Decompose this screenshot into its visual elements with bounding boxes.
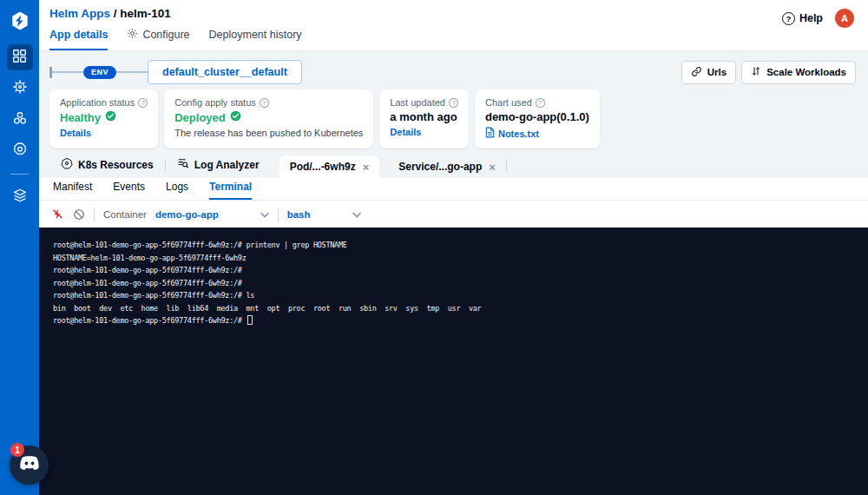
clear-terminal-icon[interactable] [73, 208, 85, 221]
disconnect-icon[interactable] [51, 208, 64, 221]
terminal-line: root@helm-101-demo-go-app-5f69774fff-6wh… [53, 277, 854, 290]
tab-manifest[interactable]: Manifest [53, 181, 92, 200]
terminal-output[interactable]: root@helm-101-demo-go-app-5f69774fff-6wh… [39, 228, 868, 495]
toolbar-separator [94, 208, 95, 221]
last-updated-value: a month ago [390, 110, 457, 123]
tab-terminal[interactable]: Terminal [209, 181, 252, 200]
tab-k8s-resources[interactable]: K8s Resources [49, 157, 165, 178]
tab-service-go-app[interactable]: Service/...go-app × [388, 155, 506, 178]
scale-arrows-icon [751, 66, 761, 78]
discord-chat-widget[interactable]: 1 [10, 446, 49, 485]
env-pill-label: ENV [83, 66, 116, 79]
breadcrumb-separator: / [114, 7, 117, 20]
config-status-description: The release has been pushed to Kubernete… [174, 128, 363, 138]
resource-tab-bar: K8s Resources Log Analyzer Pod/...-6wh9z… [39, 148, 868, 178]
tab-pod-6wh9z[interactable]: Pod/...-6wh9z × [279, 155, 380, 178]
question-circle-icon[interactable]: ? [536, 98, 545, 108]
gear-octagon-icon [12, 142, 28, 161]
help-label: Help [799, 12, 823, 24]
shell-select[interactable]: bash [287, 209, 361, 220]
application-status-details-link[interactable]: Details [60, 128, 148, 138]
app-window: Helm Apps / helm-101 App details Configu… [0, 0, 868, 495]
last-updated-details-link[interactable]: Details [390, 127, 458, 137]
environment-chip[interactable]: default_cluster__default [148, 60, 302, 84]
config-apply-status-card: Config apply status ? Deployed The relea… [164, 89, 373, 148]
tab-log-analyzer[interactable]: Log Analyzer [166, 157, 271, 178]
tab-app-details-label: App details [49, 29, 108, 41]
sidebar-item-app-groups[interactable] [7, 107, 33, 133]
chevron-down-icon [260, 209, 269, 220]
chart-used-label: Chart used [485, 97, 532, 108]
container-select[interactable]: demo-go-app [155, 209, 269, 220]
last-updated-label: Last updated [390, 97, 445, 108]
config-status-label: Config apply status [174, 97, 256, 108]
scale-workloads-label: Scale Workloads [766, 67, 846, 77]
breadcrumb-current-app: helm-101 [120, 7, 171, 20]
question-circle-icon[interactable]: ? [449, 98, 458, 108]
main-panel: Helm Apps / helm-101 App details Configu… [39, 0, 868, 495]
application-status-value: Healthy [60, 111, 101, 124]
sidebar-divider [10, 174, 29, 175]
urls-button-label: Urls [707, 67, 727, 77]
close-icon[interactable]: × [363, 162, 370, 173]
app-details-section: ENV default_cluster__default Urls [39, 51, 868, 178]
tab-configure[interactable]: Configure [127, 28, 189, 50]
last-updated-card: Last updated ? a month ago Details [379, 89, 469, 148]
tab-deployment-history-label: Deployment history [209, 29, 302, 41]
question-circle-icon[interactable]: ? [138, 98, 148, 108]
tab-configure-label: Configure [142, 29, 189, 41]
tab-separator [506, 159, 507, 171]
header-tabs: App details Configure Deployment history [49, 28, 854, 50]
scale-workloads-button[interactable]: Scale Workloads [741, 61, 856, 84]
log-search-icon [177, 157, 189, 172]
application-status-label: Application status [60, 97, 135, 108]
link-icon [691, 66, 702, 79]
tab-logs[interactable]: Logs [166, 181, 188, 200]
tab-events[interactable]: Events [113, 181, 145, 200]
urls-button[interactable]: Urls [681, 61, 736, 84]
container-select-value: demo-go-app [155, 209, 219, 220]
chart-used-card: Chart used ? demo-go-app(0.1.0) Notes.tx… [475, 89, 600, 148]
helm-wheel-icon [12, 79, 28, 98]
env-connector-line-2 [116, 71, 148, 73]
question-circle-icon[interactable]: ? [260, 98, 269, 108]
check-circle-icon [105, 110, 116, 124]
log-analyzer-label: Log Analyzer [194, 159, 260, 171]
tab-app-details[interactable]: App details [49, 28, 108, 50]
circles-group-icon [12, 110, 28, 129]
devtron-logo-icon[interactable] [0, 0, 39, 42]
close-icon[interactable]: × [489, 162, 496, 173]
chart-used-value: demo-go-app(0.1.0) [485, 110, 589, 123]
terminal-line: HOSTNAME=helm-101-demo-go-app-5f69774fff… [53, 252, 854, 265]
env-connector-line [52, 71, 83, 73]
notes-txt-link[interactable]: Notes.txt [485, 127, 589, 140]
question-circle-icon: ? [782, 12, 795, 25]
breadcrumb-helm-apps-link[interactable]: Helm Apps [49, 7, 110, 20]
terminal-prompt-line: root@helm-101-demo-go-app-5f69774fff-6wh… [53, 314, 854, 327]
env-actions: Urls Scale Workloads [681, 61, 856, 84]
config-status-value: Deployed [174, 111, 226, 124]
toolbar-separator [278, 208, 279, 221]
terminal-line: root@helm-101-demo-go-app-5f69774fff-6wh… [53, 239, 854, 252]
sidebar-item-applications[interactable] [7, 44, 33, 70]
environment-bar: ENV default_cluster__default Urls [39, 51, 868, 83]
avatar[interactable]: A [835, 9, 854, 28]
pod-tab-label: Pod/...-6wh9z [290, 161, 356, 173]
container-label: Container [103, 209, 147, 220]
k8s-icon [61, 157, 73, 172]
sidebar-nav [0, 0, 39, 495]
tab-deployment-history[interactable]: Deployment history [209, 28, 302, 50]
chevron-down-icon [352, 209, 361, 220]
sidebar-item-clusters[interactable] [7, 138, 33, 164]
grid-icon [12, 49, 27, 67]
terminal-cursor [247, 315, 253, 325]
help-button[interactable]: ? Help [782, 12, 823, 25]
status-cards: Application status ? Healthy Details Con… [39, 83, 868, 148]
notes-txt-label: Notes.txt [498, 129, 539, 139]
gear-icon [127, 28, 138, 42]
sidebar-item-resource-browser[interactable] [7, 184, 33, 210]
terminal-toolbar: Container demo-go-app bash [39, 201, 868, 228]
pod-detail-tabs: Manifest Events Logs Terminal [39, 178, 868, 201]
sidebar-item-chart-store[interactable] [7, 76, 33, 102]
service-tab-label: Service/...go-app [398, 161, 482, 173]
